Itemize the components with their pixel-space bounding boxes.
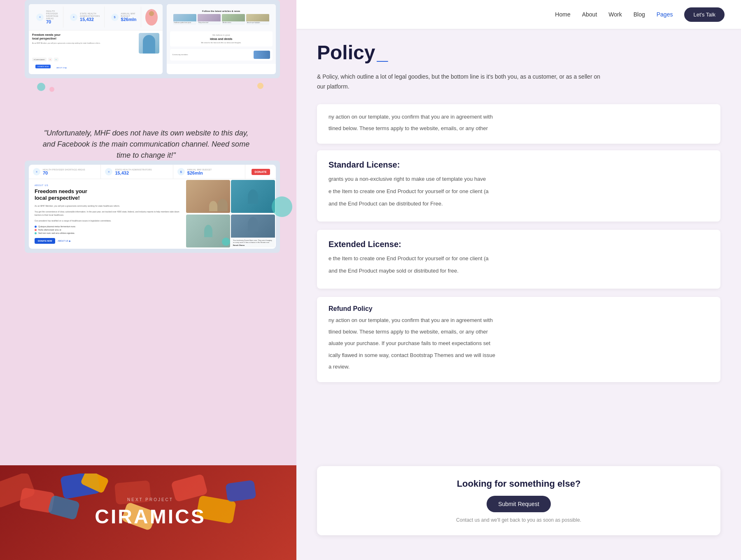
news-card-1: Healthcare update lorem ipsum xyxy=(173,14,196,25)
hc-stat-icon-budget: $ xyxy=(177,168,185,175)
refund-text-5: a review. xyxy=(329,362,709,371)
next-project-section[interactable]: NEXT PROJECT CIRAMICS xyxy=(0,465,301,560)
news-section-title: Follow the latest articles & news xyxy=(173,10,270,12)
hc-stat-value-providers: 70 xyxy=(43,171,85,175)
hc-main-body-3: Our president has testified on a range o… xyxy=(35,219,179,222)
nav-cta-button[interactable]: Let's Talk xyxy=(684,7,725,22)
mockup-hero-content: Freedom needs yourlocal perspective! As … xyxy=(29,30,163,56)
standard-license-text-1: grants you a non-exclusive right to make… xyxy=(329,175,709,184)
hc-bullets-list: Quisque placerat metus fermentum nunc Nu… xyxy=(35,225,179,235)
testimonial-author: Barack Obama xyxy=(233,244,273,246)
hc-main-body-2: You get the convenience of clear, action… xyxy=(35,210,179,217)
standard-license-text-3: and the End Product can be distributed f… xyxy=(329,199,709,208)
help-box-title: Looking for something else? xyxy=(329,478,708,489)
mockup-title: Freedom needs yourlocal perspective! xyxy=(32,33,136,40)
stat-value-2: 15,432 xyxy=(80,17,100,22)
hc-bullet-dot-2 xyxy=(35,229,37,231)
hc-photo-bg-1 xyxy=(186,180,230,213)
nav-pages[interactable]: Pages xyxy=(657,11,673,18)
agreement-text-1: ny action on our template, you confirm t… xyxy=(329,112,709,121)
hc-bullet-3: Sed non nunc sed arcu ultrices egestas. xyxy=(35,231,179,235)
hc-left-content: ABOUT US Freedom needs yourlocal perspec… xyxy=(29,179,185,249)
hc-donate-button[interactable]: DONATE NOW xyxy=(35,238,55,244)
refund-text-1: ny action on our template, you confirm t… xyxy=(329,316,709,325)
stat-2: + STATE HEALTH ADMINISTRATORS 15,432 xyxy=(66,7,104,28)
refund-section: Refund Policy ny action on our template,… xyxy=(317,297,720,382)
hc-top-donate-btn: DONATE xyxy=(252,169,270,175)
hc-main-body-1: As an MHF Member, you will join a grassr… xyxy=(35,204,179,208)
hc-button-row: DONATE NOW ABOUT US ▶ xyxy=(35,238,179,244)
refund-title: Refund Policy xyxy=(329,305,709,313)
stat-3: $ ANNUAL MHF BUDGET $26mln xyxy=(107,7,141,28)
nav-about[interactable]: About xyxy=(582,11,597,18)
stat-icon-3: $ xyxy=(111,14,119,21)
hc-stat-value-budget: $26mln xyxy=(187,171,212,175)
stat-1: + HEALTH PROVIDER SHORTAGE AREAS 70 xyxy=(32,7,63,28)
stat-label-1: HEALTH PROVIDER SHORTAGE AREAS xyxy=(46,10,59,20)
hc-stat-providers: + HEALTH PROVIDER SHORTAGE AREAS 70 xyxy=(29,165,101,179)
news-grid: Healthcare update lorem ipsum Policy ref… xyxy=(173,14,270,25)
screenshot-group-bottom: + HEALTH PROVIDER SHORTAGE AREAS 70 + ST… xyxy=(25,161,280,253)
page-title-text: Policy xyxy=(317,41,375,64)
mockup-hero-image xyxy=(139,33,159,54)
hc-bullet-2: Nulla ullamcorper arcu ut xyxy=(35,228,179,231)
hc-photo-1 xyxy=(186,180,230,214)
standard-license-text-2: e the Item to create one End Product for… xyxy=(329,187,709,196)
standard-license-card: Standard License: grants you a non-exclu… xyxy=(317,150,720,222)
nav-home[interactable]: Home xyxy=(555,11,570,18)
hc-photo-3 xyxy=(186,215,230,248)
hc-photo-2 xyxy=(231,180,275,214)
mockup-body: As an MHF Member, you will join a grassr… xyxy=(32,42,136,44)
navigation-bar: Home About Work Blog Pages Let's Talk xyxy=(296,0,741,29)
stat-value-1: 70 xyxy=(46,20,59,24)
main-content-area: Policy _ & Policy, which outline a lot o… xyxy=(296,29,741,560)
hc-photos-grid: Your testimony floored them over. They w… xyxy=(185,179,276,249)
hc-bullet-dot-3 xyxy=(35,232,37,234)
agreement-text-2: tlined below. These terms apply to the w… xyxy=(329,124,709,133)
stat-icon-2: + xyxy=(70,14,77,21)
nav-work[interactable]: Work xyxy=(608,11,622,18)
hc-bullet-dot-1 xyxy=(35,226,37,228)
submit-request-button[interactable]: Submit Request xyxy=(487,496,551,512)
stat-value-3: $26mln xyxy=(121,17,137,22)
news-card-3: Member stories xyxy=(222,14,245,25)
help-subtext: Contact us and we'll get back to you as … xyxy=(329,517,708,523)
news-card-2: Policy reform brief xyxy=(198,14,221,25)
help-box: Looking for something else? Submit Reque… xyxy=(317,466,720,535)
intro-text: & Policy, which outline a lot of legal g… xyxy=(317,72,605,92)
hc-bullet-1: Quisque placerat metus fermentum nunc xyxy=(35,225,179,228)
page-title-large: Policy _ xyxy=(317,41,720,64)
hc-stat-budget: $ ANNUAL MHF BUDGET $26mln xyxy=(173,165,245,179)
next-project-title: CIRAMICS xyxy=(95,505,205,528)
hc-stats-row: + HEALTH PROVIDER SHORTAGE AREAS 70 + ST… xyxy=(29,165,276,179)
hc-photo-bg-2 xyxy=(231,180,275,213)
hc-photo-4: Your testimony floored them over. They w… xyxy=(231,215,275,248)
testimonial-overlay: Your testimony floored them over. They w… xyxy=(231,238,275,248)
page-title-underscore: _ xyxy=(377,41,388,64)
teal-circle-decoration xyxy=(272,196,292,217)
right-panel: Home About Work Blog Pages Let's Talk Po… xyxy=(296,0,741,560)
project-screenshots: + HEALTH PROVIDER SHORTAGE AREAS 70 + ST… xyxy=(25,0,280,93)
stats-bar: + HEALTH PROVIDER SHORTAGE AREAS 70 + ST… xyxy=(29,4,163,30)
mockup-donate-btn: DONATE NOW xyxy=(35,65,51,68)
nav-blog[interactable]: Blog xyxy=(634,11,645,18)
extended-license-card: Extended License: e the Item to create o… xyxy=(317,230,720,289)
nav-links: Home About Work Blog Pages Let's Talk xyxy=(555,7,725,22)
hc-stat-icon-providers: + xyxy=(33,168,40,175)
refund-text-4: ically flawed in some way, contact Boots… xyxy=(329,351,709,360)
testimonial-text: Your testimony floored them over. They w… xyxy=(233,239,273,243)
refund-text-2: tlined below. These terms apply to the w… xyxy=(329,327,709,336)
extended-license-title: Extended License: xyxy=(329,240,709,249)
mockup-right: Follow the latest articles & news Health… xyxy=(167,4,276,74)
hc-stat-admins: + STATE HEALTH ADMINISTRATORS 15,432 xyxy=(101,165,173,179)
extended-license-text-2: and the End Product maybe sold or distri… xyxy=(329,266,709,275)
hc-main-content: ABOUT US Freedom needs yourlocal perspec… xyxy=(29,179,276,249)
hc-about-button[interactable]: ABOUT US ▶ xyxy=(58,240,70,242)
agreement-box: ny action on our template, you confirm t… xyxy=(317,104,720,144)
hc-stat-icon-admins: + xyxy=(105,168,112,175)
healthcare-mockup: + HEALTH PROVIDER SHORTAGE AREAS 70 + ST… xyxy=(29,165,276,249)
extended-license-text-1: e the Item to create one End Product for… xyxy=(329,254,709,263)
mockup-left: + HEALTH PROVIDER SHORTAGE AREAS 70 + ST… xyxy=(29,4,163,74)
screenshot-group-top: + HEALTH PROVIDER SHORTAGE AREAS 70 + ST… xyxy=(25,0,280,78)
refund-text-3: aluate your purchase. If your purchase f… xyxy=(329,339,709,348)
